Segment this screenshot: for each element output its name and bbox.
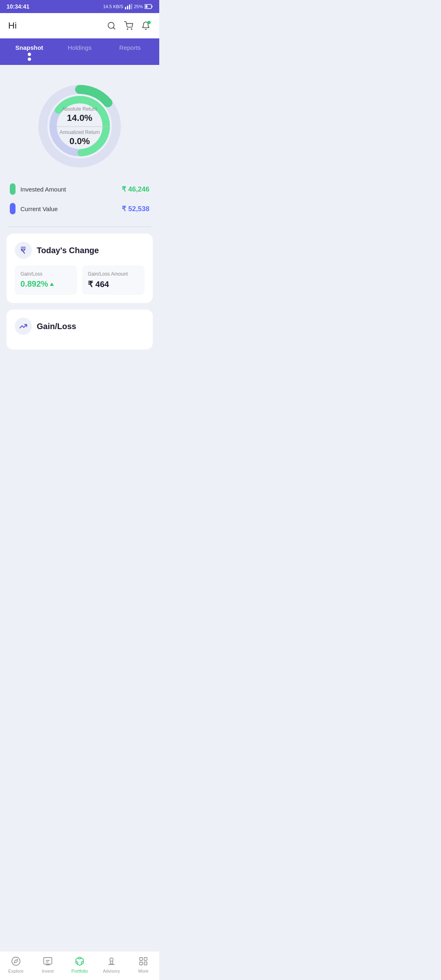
- header: Hi: [0, 13, 159, 38]
- rupee-icon-circle: [15, 242, 32, 259]
- invested-amount-label: Invested Amount: [20, 186, 66, 193]
- active-tab-indicator: [28, 53, 31, 56]
- trend-icon: [19, 322, 27, 330]
- gain-loss-value: 0.892%: [20, 279, 71, 289]
- gain-loss-amount-label: Gain/Loss Amount: [88, 271, 139, 277]
- absolute-return-label: Absolute Return: [51, 106, 108, 112]
- svg-point-9: [127, 29, 128, 29]
- chart-icon-circle: [15, 318, 32, 335]
- header-actions: [106, 20, 151, 31]
- todays-change-grid: Gain/Loss 0.892% Gain/Loss Amount ₹ 464: [15, 265, 145, 295]
- status-time: 10:34:41: [7, 3, 29, 10]
- current-value-left: Current Value: [10, 203, 58, 214]
- gain-loss-card-header: Gain/Loss: [15, 318, 145, 335]
- status-bar: 10:34:41 14.5 KB/S 25%: [0, 0, 159, 13]
- notification-dot: [147, 21, 151, 24]
- donut-center: Absolute Return 14.0% Annualized Return …: [51, 106, 108, 147]
- greeting-text: Hi: [8, 20, 17, 31]
- search-button[interactable]: [106, 20, 117, 31]
- tab-snapshot[interactable]: Snapshot: [4, 38, 54, 65]
- battery-icon: [145, 4, 153, 9]
- tab-bar: Snapshot Holdings Reports: [0, 38, 159, 65]
- invested-amount-value: ₹ 46,246: [122, 185, 149, 194]
- signal-icon: [125, 4, 132, 9]
- gain-loss-card-title: Gain/Loss: [37, 322, 76, 331]
- main-content: Absolute Return 14.0% Annualized Return …: [0, 65, 159, 382]
- svg-rect-0: [125, 7, 126, 9]
- svg-rect-2: [129, 4, 130, 9]
- section-divider: [8, 227, 151, 227]
- cart-button[interactable]: [123, 20, 134, 31]
- gain-loss-label: Gain/Loss: [20, 271, 71, 277]
- svg-point-10: [131, 29, 132, 29]
- battery-level: 25%: [134, 4, 143, 9]
- rupee-icon: [19, 246, 27, 254]
- svg-rect-5: [145, 5, 147, 8]
- gain-loss-amount-value: ₹ 464: [88, 279, 139, 289]
- notification-button[interactable]: [140, 20, 151, 31]
- todays-change-header: Today's Change: [15, 242, 145, 259]
- donut-chart: Absolute Return 14.0% Annualized Return …: [35, 81, 125, 171]
- annualized-return-label: Annualized Return: [51, 129, 108, 135]
- current-value-dot: [10, 203, 16, 214]
- network-speed: 14.5 KB/S: [103, 4, 123, 9]
- up-arrow-icon: [50, 283, 54, 286]
- annualized-return-value: 0.0%: [51, 136, 108, 147]
- donut-chart-section: Absolute Return 14.0% Annualized Return …: [0, 73, 159, 175]
- svg-rect-3: [131, 4, 132, 9]
- todays-change-card: Today's Change Gain/Loss 0.892% Gain/Los…: [7, 234, 153, 303]
- todays-change-title: Today's Change: [37, 246, 99, 255]
- current-value-label: Current Value: [20, 205, 58, 212]
- gain-loss-card: Gain/Loss: [7, 310, 153, 350]
- svg-rect-1: [127, 6, 128, 9]
- svg-line-8: [113, 27, 115, 29]
- absolute-return-value: 14.0%: [51, 113, 108, 123]
- svg-rect-6: [152, 6, 153, 7]
- invested-amount-row: Invested Amount ₹ 46,246: [10, 179, 149, 199]
- invested-amount-left: Invested Amount: [10, 183, 66, 195]
- current-value-row: Current Value ₹ 52,538: [10, 199, 149, 218]
- invested-dot: [10, 183, 16, 195]
- stats-section: Invested Amount ₹ 46,246 Current Value ₹…: [0, 175, 159, 227]
- status-right: 14.5 KB/S 25%: [103, 4, 153, 9]
- tab-holdings[interactable]: Holdings: [54, 38, 105, 65]
- gain-loss-amount-metric: Gain/Loss Amount ₹ 464: [82, 265, 145, 295]
- gain-loss-metric: Gain/Loss 0.892%: [15, 265, 77, 295]
- tab-reports[interactable]: Reports: [105, 38, 155, 65]
- current-value-value: ₹ 52,538: [122, 205, 149, 213]
